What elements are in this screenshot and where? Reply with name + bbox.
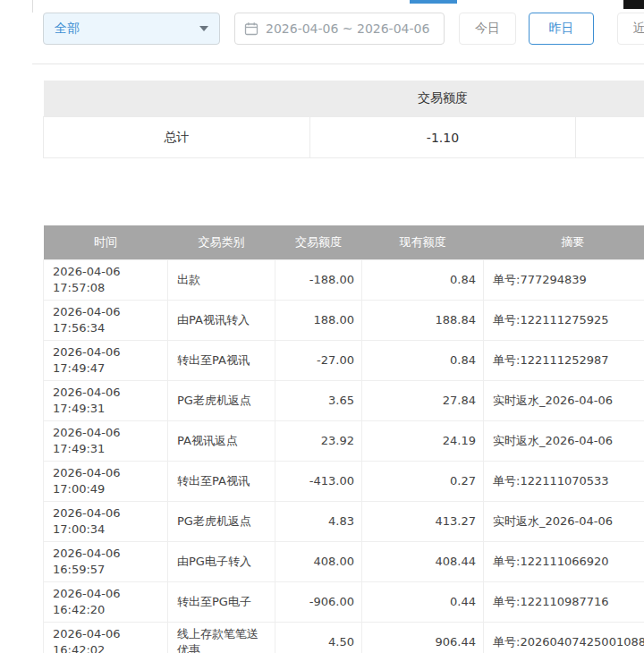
cell-memo: 实时返水_2026-04-06 [484,421,644,462]
cell-amount: 3.65 [275,381,362,421]
transaction-table-body: 2026-04-06 17:57:08 出款 -188.00 0.84 单号:7… [44,260,644,653]
cell-time: 2026-04-06 16:42:20 [44,582,168,623]
cell-type: 转出至PA视讯 [168,462,275,502]
summary-total-value: -1.10 [309,117,576,158]
section-divider [32,64,644,64]
table-row: 2026-04-06 17:57:08 出款 -188.00 0.84 单号:7… [44,260,644,301]
cell-balance: 24.19 [362,421,484,462]
panel-edge-line [32,0,33,13]
last-8-days-button[interactable]: 近8日 [617,13,644,45]
cell-time: 2026-04-06 17:49:31 [44,421,168,462]
cell-time: 2026-04-06 17:56:34 [44,301,168,341]
cell-type: 转出至PA视讯 [168,341,275,381]
cell-balance: 413.27 [362,502,484,542]
table-row: 2026-04-06 16:42:02 线上存款笔笔送优惠 4.50 906.4… [44,623,644,653]
table-row: 2026-04-06 17:00:34 PG老虎机返点 4.83 413.27 … [44,502,644,542]
table-row: 2026-04-06 17:56:34 由PA视讯转入 188.00 188.8… [44,301,644,341]
cell-memo: 单号:122111070533 [484,462,644,502]
cell-time: 2026-04-06 17:00:49 [44,462,168,502]
cell-balance: 0.84 [362,260,484,301]
cell-memo: 单号:202604074250010883 [484,623,644,653]
summary-header-spacer [44,81,310,117]
cell-amount: 4.83 [275,502,362,542]
table-row: 2026-04-06 17:00:49 转出至PA视讯 -413.00 0.27… [44,462,644,502]
cell-amount: 408.00 [275,542,362,582]
cell-type: PA视讯返点 [168,421,275,462]
summary-total-label: 总计 [44,117,310,158]
summary-table: 交易额度 总计 -1.10 [43,81,644,158]
cell-balance: 0.44 [362,582,484,623]
summary-header-amount: 交易额度 [309,81,576,117]
table-row: 2026-04-06 17:49:31 PA视讯返点 23.92 24.19 实… [44,421,644,462]
cell-memo: 单号:122111275925 [484,301,644,341]
type-filter-value: 全部 [55,21,80,37]
cell-type: 出款 [168,260,275,301]
cell-amount: 4.50 [275,623,362,653]
cell-memo: 单号:122111066920 [484,542,644,582]
summary-header-clipped [576,81,644,117]
column-header-type: 交易类别 [168,225,275,260]
cell-time: 2026-04-06 17:49:31 [44,381,168,421]
cell-time: 2026-04-06 17:57:08 [44,260,168,301]
date-range-input[interactable]: 2026-04-06 ~ 2026-04-06 [234,13,445,45]
cell-balance: 188.84 [362,301,484,341]
cell-amount: 188.00 [275,301,362,341]
cell-type: 线上存款笔笔送优惠 [168,623,275,653]
column-header-time: 时间 [44,225,168,260]
cell-type: 由PG电子转入 [168,542,275,582]
filter-bar: 全部 2026-04-06 ~ 2026-04-06 今日 昨日 近8日 [43,13,644,45]
cell-time: 2026-04-06 17:49:47 [44,341,168,381]
cell-amount: -906.00 [275,582,362,623]
column-header-memo: 摘要 [484,225,644,260]
table-row: 2026-04-06 16:42:20 转出至PG电子 -906.00 0.44… [44,582,644,623]
chevron-down-icon [199,26,208,31]
summary-total-clipped [576,117,644,158]
cell-memo: 单号:122111252987 [484,341,644,381]
cell-amount: -413.00 [275,462,362,502]
cell-type: PG老虎机返点 [168,381,275,421]
cell-memo: 单号:122110987716 [484,582,644,623]
cell-type: PG老虎机返点 [168,502,275,542]
cell-time: 2026-04-06 16:59:57 [44,542,168,582]
column-header-amount: 交易额度 [275,225,362,260]
summary-total-row: 总计 -1.10 [44,117,644,158]
transaction-table: 时间 交易类别 交易额度 现有额度 摘要 2026-04-06 17:57:08… [43,225,644,653]
cell-time: 2026-04-06 16:42:02 [44,623,168,653]
cell-balance: 27.84 [362,381,484,421]
cell-balance: 906.44 [362,623,484,653]
corner-dark-fragment [623,0,644,9]
today-button[interactable]: 今日 [459,13,516,45]
date-range-value: 2026-04-06 ~ 2026-04-06 [266,21,429,36]
active-tab-indicator [410,0,457,4]
table-row: 2026-04-06 17:49:31 PG老虎机返点 3.65 27.84 实… [44,381,644,421]
cell-memo: 实时返水_2026-04-06 [484,381,644,421]
type-filter-select[interactable]: 全部 [43,13,220,45]
cell-amount: -188.00 [275,260,362,301]
cell-memo: 单号:777294839 [484,260,644,301]
cell-time: 2026-04-06 17:00:34 [44,502,168,542]
cell-amount: -27.00 [275,341,362,381]
cell-balance: 0.84 [362,341,484,381]
cell-balance: 0.27 [362,462,484,502]
transaction-table-header-row: 时间 交易类别 交易额度 现有额度 摘要 [44,225,644,260]
cell-type: 由PA视讯转入 [168,301,275,341]
table-row: 2026-04-06 16:59:57 由PG电子转入 408.00 408.4… [44,542,644,582]
calendar-icon [244,21,258,36]
cell-type: 转出至PG电子 [168,582,275,623]
table-row: 2026-04-06 17:49:47 转出至PA视讯 -27.00 0.84 … [44,341,644,381]
summary-header-row: 交易额度 [44,81,644,117]
cell-memo: 实时返水_2026-04-06 [484,502,644,542]
cell-balance: 408.44 [362,542,484,582]
column-header-balance: 现有额度 [362,225,484,260]
cell-amount: 23.92 [275,421,362,462]
yesterday-button[interactable]: 昨日 [529,13,594,45]
